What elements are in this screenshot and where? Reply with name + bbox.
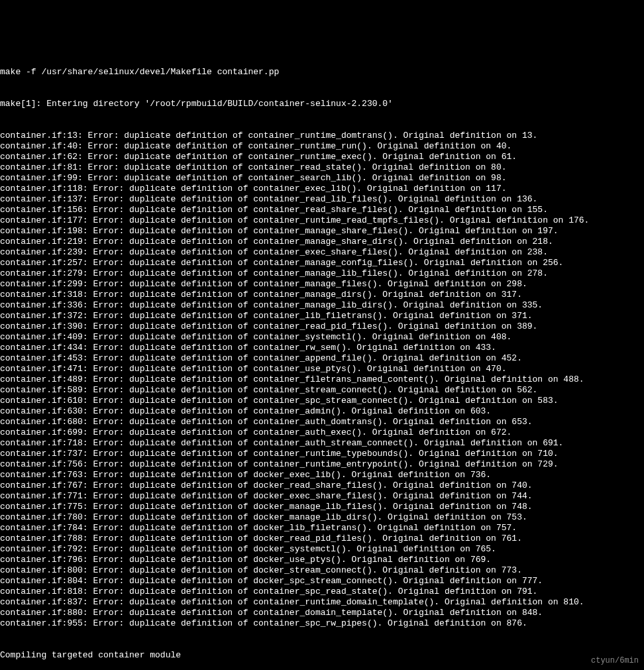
error-line: container.if:257: Error: duplicate defin… [0, 258, 644, 268]
error-line: container.if:880: Error: duplicate defin… [0, 608, 644, 618]
error-line: container.if:99: Error: duplicate defini… [0, 173, 644, 184]
error-line: container.if:471: Error: duplicate defin… [0, 364, 644, 374]
error-line: container.if:788: Error: duplicate defin… [0, 533, 644, 544]
error-line: container.if:137: Error: duplicate defin… [0, 194, 644, 205]
error-line: container.if:756: Error: duplicate defin… [0, 459, 644, 470]
error-list: container.if:13: Error: duplicate defini… [0, 131, 644, 629]
error-line: container.if:737: Error: duplicate defin… [0, 449, 644, 459]
error-line: container.if:589: Error: duplicate defin… [0, 385, 644, 396]
error-line: container.if:767: Error: duplicate defin… [0, 480, 644, 491]
error-line: container.if:792: Error: duplicate defin… [0, 544, 644, 555]
make-enter-dir: make[1]: Entering directory '/root/rpmbu… [0, 99, 644, 109]
error-line: container.if:763: Error: duplicate defin… [0, 470, 644, 480]
error-line: container.if:434: Error: duplicate defin… [0, 343, 644, 353]
error-line: container.if:177: Error: duplicate defin… [0, 215, 644, 226]
error-line: container.if:40: Error: duplicate defini… [0, 141, 644, 152]
error-line: container.if:118: Error: duplicate defin… [0, 184, 644, 194]
error-line: container.if:804: Error: duplicate defin… [0, 576, 644, 586]
error-line: container.if:610: Error: duplicate defin… [0, 396, 644, 406]
error-line: container.if:299: Error: duplicate defin… [0, 279, 644, 290]
error-line: container.if:198: Error: duplicate defin… [0, 226, 644, 237]
error-line: container.if:796: Error: duplicate defin… [0, 555, 644, 565]
error-line: container.if:771: Error: duplicate defin… [0, 491, 644, 502]
error-line: container.if:837: Error: duplicate defin… [0, 597, 644, 608]
error-line: container.if:800: Error: duplicate defin… [0, 565, 644, 576]
error-line: container.if:718: Error: duplicate defin… [0, 438, 644, 449]
error-line: container.if:156: Error: duplicate defin… [0, 205, 644, 215]
error-line: container.if:390: Error: duplicate defin… [0, 321, 644, 332]
error-line: container.if:279: Error: duplicate defin… [0, 268, 644, 279]
error-line: container.if:818: Error: duplicate defin… [0, 586, 644, 597]
watermark: ctyun/6min [591, 655, 639, 666]
error-line: container.if:409: Error: duplicate defin… [0, 332, 644, 343]
error-line: container.if:81: Error: duplicate defini… [0, 162, 644, 173]
error-line: container.if:630: Error: duplicate defin… [0, 406, 644, 417]
error-line: container.if:318: Error: duplicate defin… [0, 290, 644, 300]
error-line: container.if:775: Error: duplicate defin… [0, 502, 644, 512]
error-line: container.if:780: Error: duplicate defin… [0, 512, 644, 523]
error-line: container.if:372: Error: duplicate defin… [0, 311, 644, 321]
error-line: container.if:955: Error: duplicate defin… [0, 618, 644, 629]
error-line: container.if:453: Error: duplicate defin… [0, 353, 644, 364]
error-line: container.if:13: Error: duplicate defini… [0, 131, 644, 141]
command-line: make -f /usr/share/selinux/devel/Makefil… [0, 67, 644, 78]
error-line: container.if:680: Error: duplicate defin… [0, 417, 644, 427]
error-line: container.if:219: Error: duplicate defin… [0, 237, 644, 247]
error-line: container.if:239: Error: duplicate defin… [0, 247, 644, 258]
compiling-msg: Compiling targeted container module [0, 650, 644, 661]
error-line: container.if:784: Error: duplicate defin… [0, 523, 644, 533]
error-line: container.if:62: Error: duplicate defini… [0, 152, 644, 162]
error-line: container.if:489: Error: duplicate defin… [0, 374, 644, 385]
error-line: container.if:699: Error: duplicate defin… [0, 427, 644, 438]
terminal-output[interactable]: make -f /usr/share/selinux/devel/Makefil… [0, 42, 644, 670]
error-line: container.if:336: Error: duplicate defin… [0, 300, 644, 311]
